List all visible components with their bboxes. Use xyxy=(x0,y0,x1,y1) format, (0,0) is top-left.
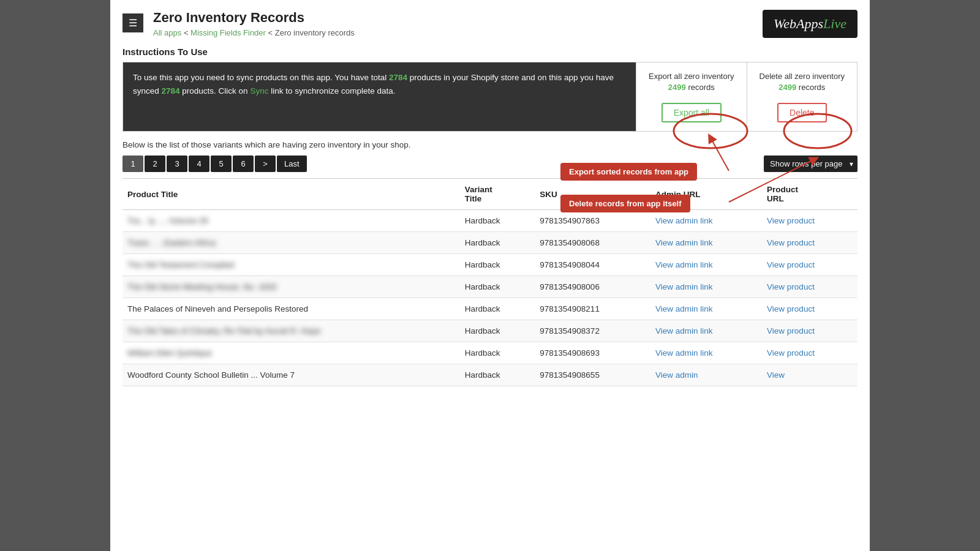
page-title: Zero Inventory Records xyxy=(153,10,355,26)
hamburger-icon: ☰ xyxy=(129,18,137,28)
table-row: The Palaces of Nineveh and Persepolis Re… xyxy=(123,298,858,320)
table-row: Woodford County School Bulletin ... Volu… xyxy=(123,364,858,386)
header-left: Zero Inventory Records All apps < Missin… xyxy=(153,10,355,37)
page-btn-2[interactable]: 2 xyxy=(145,156,165,172)
delete-button[interactable]: Delete xyxy=(777,103,826,122)
cell-product-title: Tra... ty ..., Volume 29 xyxy=(123,210,460,232)
cell-sku: 9781354908693 xyxy=(535,342,650,364)
col-variant-title: VariantTitle xyxy=(460,179,535,210)
cell-product-url[interactable]: View product xyxy=(762,320,858,342)
page-btn-1[interactable]: 1 xyxy=(123,156,143,172)
info-bar: To use this app you need to sync product… xyxy=(123,62,858,132)
admin-link[interactable]: View admin link xyxy=(655,326,713,335)
cell-product-url[interactable]: View product xyxy=(762,342,858,364)
inventory-table: Product Title VariantTitle SKU Admin URL… xyxy=(123,178,858,386)
cell-sku: 9781354908044 xyxy=(535,254,650,276)
pagination: 123456>Last xyxy=(123,156,308,172)
admin-link[interactable]: View admin link xyxy=(655,216,713,225)
product-link[interactable]: View product xyxy=(767,326,815,335)
cell-product-title: William Elkin Quintique xyxy=(123,342,460,364)
breadcrumb-missing-fields[interactable]: Missing Fields Finder xyxy=(190,28,266,37)
cell-admin-url[interactable]: View admin link xyxy=(650,210,762,232)
admin-link[interactable]: View admin link xyxy=(655,304,713,313)
rows-per-page-select[interactable]: Show rows per page 10 25 50 100 xyxy=(764,156,858,172)
table-row: The Old Tales of Chivalry, Re-Told by As… xyxy=(123,320,858,342)
tooltip-delete: Delete records from app itself xyxy=(560,195,690,212)
export-label: Export all zero inventory 2499 records xyxy=(649,71,734,93)
cell-product-url[interactable]: View product xyxy=(762,298,858,320)
admin-link[interactable]: View admin link xyxy=(655,282,713,291)
cell-admin-url[interactable]: View admin link xyxy=(650,276,762,298)
info-body-end: link to synchronize complete data. xyxy=(268,86,395,96)
info-body-suffix: products. Click on xyxy=(180,86,251,96)
cell-product-url[interactable]: View product xyxy=(762,276,858,298)
pagination-row: 123456>Last Show rows per page 10 25 50 … xyxy=(110,156,870,178)
cell-product-url[interactable]: View product xyxy=(762,210,858,232)
instructions-title: Instructions To Use xyxy=(110,38,870,62)
admin-link[interactable]: View admin link xyxy=(655,348,713,358)
col-product-url: ProductURL xyxy=(762,179,858,210)
admin-link[interactable]: View admin link xyxy=(655,238,713,247)
tooltip-export: Export sorted records from app xyxy=(560,163,697,181)
page-btn-5[interactable]: 5 xyxy=(211,156,232,172)
cell-variant-title: Hardback xyxy=(460,254,535,276)
cell-product-title: The Old Stone Meeting House, No. 1832 xyxy=(123,276,460,298)
product-link[interactable]: View product xyxy=(767,282,815,291)
cell-admin-url[interactable]: View admin link xyxy=(650,254,762,276)
cell-variant-title: Hardback xyxy=(460,298,535,320)
info-synced: 2784 xyxy=(162,86,180,96)
cell-admin-url[interactable]: View admin link xyxy=(650,342,762,364)
admin-link[interactable]: View admin link xyxy=(655,260,713,269)
sync-link[interactable]: Sync xyxy=(250,86,268,96)
cell-variant-title: Hardback xyxy=(460,342,535,364)
cell-product-url[interactable]: View product xyxy=(762,232,858,254)
admin-link[interactable]: View admin xyxy=(655,370,698,380)
table-row: The Old Testament CompiledHardback978135… xyxy=(123,254,858,276)
breadcrumb: All apps < Missing Fields Finder < Zero … xyxy=(153,28,355,37)
cell-variant-title: Hardback xyxy=(460,232,535,254)
export-action-box: Export all zero inventory 2499 records E… xyxy=(636,62,747,131)
subtitle: Below is the list of those variants whic… xyxy=(110,132,870,156)
logo-box: WebAppsLive xyxy=(763,10,858,38)
cell-variant-title: Hardback xyxy=(460,276,535,298)
info-left: To use this app you need to sync product… xyxy=(123,62,636,131)
page-btn-4[interactable]: 4 xyxy=(189,156,209,172)
cell-admin-url[interactable]: View admin link xyxy=(650,232,762,254)
product-link[interactable]: View product xyxy=(767,260,815,269)
cell-sku: 9781354908068 xyxy=(535,232,650,254)
cell-product-title: The Old Tales of Chivalry, Re-Told by As… xyxy=(123,320,460,342)
page-btn-Last[interactable]: Last xyxy=(277,156,307,172)
page-btn->[interactable]: > xyxy=(255,156,276,172)
delete-label: Delete all zero inventory 2499 records xyxy=(760,71,845,93)
page-btn-6[interactable]: 6 xyxy=(233,156,254,172)
cell-sku: 9781354908655 xyxy=(535,364,650,386)
info-right: Export all zero inventory 2499 records E… xyxy=(636,62,857,131)
cell-admin-url[interactable]: View admin link xyxy=(650,320,762,342)
page-btn-3[interactable]: 3 xyxy=(167,156,187,172)
table-row: The Old Stone Meeting House, No. 1832Har… xyxy=(123,276,858,298)
cell-product-title: The Old Testament Compiled xyxy=(123,254,460,276)
cell-product-url[interactable]: View xyxy=(762,364,858,386)
cell-variant-title: Hardback xyxy=(460,364,535,386)
cell-product-title: Woodford County School Bulletin ... Volu… xyxy=(123,364,460,386)
cell-product-url[interactable]: View product xyxy=(762,254,858,276)
logo-text2: Live xyxy=(823,16,846,31)
product-link[interactable]: View xyxy=(767,370,785,380)
cell-admin-url[interactable]: View admin link xyxy=(650,298,762,320)
info-total: 2784 xyxy=(389,73,407,82)
product-link[interactable]: View product xyxy=(767,304,815,313)
table-wrapper: Product Title VariantTitle SKU Admin URL… xyxy=(110,178,870,386)
table-row: Trave... ...Eastern AfricaHardback978135… xyxy=(123,232,858,254)
breadcrumb-sep2: < xyxy=(268,28,275,37)
breadcrumb-all-apps[interactable]: All apps xyxy=(153,28,181,37)
product-link[interactable]: View product xyxy=(767,238,815,247)
export-all-button[interactable]: Export all xyxy=(662,103,722,122)
menu-button[interactable]: ☰ xyxy=(123,13,143,32)
cell-sku: 9781354908211 xyxy=(535,298,650,320)
table-row: Tra... ty ..., Volume 29Hardback97813549… xyxy=(123,210,858,232)
cell-product-title: Trave... ...Eastern Africa xyxy=(123,232,460,254)
cell-variant-title: Hardback xyxy=(460,210,535,232)
product-link[interactable]: View product xyxy=(767,216,815,225)
cell-admin-url[interactable]: View admin xyxy=(650,364,762,386)
product-link[interactable]: View product xyxy=(767,348,815,358)
